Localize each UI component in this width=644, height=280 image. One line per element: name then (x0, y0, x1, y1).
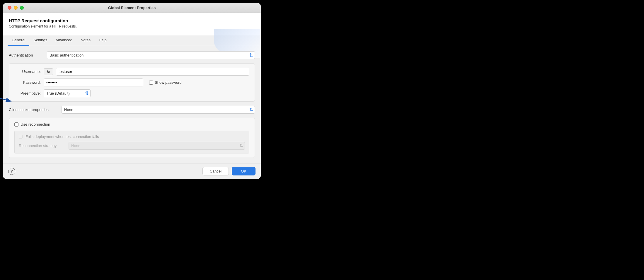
reconnection-section: Use reconnection Fails deployment when t… (9, 118, 255, 158)
password-label: Password: (14, 80, 41, 85)
maximize-button[interactable] (20, 6, 24, 10)
minimize-button[interactable] (14, 6, 18, 10)
button-actions: Cancel OK (202, 167, 255, 175)
dialog-title: Global Element Properties (108, 6, 156, 10)
username-label: Username: (14, 69, 41, 74)
window-controls (8, 6, 24, 10)
password-input[interactable] (44, 78, 143, 86)
authentication-select-wrapper: Basic authentication None Digest NTLM Ke… (47, 51, 255, 59)
client-socket-select[interactable]: None (62, 106, 255, 114)
tab-settings[interactable]: Settings (29, 35, 51, 46)
close-button[interactable] (8, 6, 11, 10)
password-row: Password: Show password (14, 78, 249, 86)
fx-button[interactable]: fx (44, 68, 53, 75)
client-socket-select-wrapper: None ⇅ (62, 106, 255, 114)
show-password-container: Show password (149, 80, 182, 85)
tab-general[interactable]: General (8, 35, 29, 46)
config-subtitle: Configuration element for a HTTP request… (9, 24, 255, 28)
form-area: Authentication Basic authentication None… (3, 46, 261, 163)
tab-help[interactable]: Help (95, 35, 111, 46)
preemptive-label: Preemptive: (14, 91, 41, 95)
preemptive-row: Preemptive: True (Default) False ⇅ (14, 89, 249, 97)
auth-section-box: Username: fx Password: Show password Pre… (9, 63, 255, 102)
show-password-checkbox[interactable] (149, 81, 153, 85)
authentication-row: Authentication Basic authentication None… (9, 51, 255, 59)
ok-button[interactable]: OK (232, 167, 255, 175)
authentication-select[interactable]: Basic authentication None Digest NTLM Ke… (47, 51, 255, 59)
fails-deployment-label: Fails deployment when test connection fa… (25, 134, 99, 139)
use-reconnection-checkbox[interactable] (14, 122, 18, 127)
config-title: HTTP Request configuration (9, 18, 255, 23)
title-bar: Global Element Properties (3, 3, 261, 13)
show-password-label[interactable]: Show password (155, 80, 182, 85)
reconnection-strategy-select-wrapper: None ⇅ (69, 142, 245, 150)
help-button[interactable]: ? (8, 168, 15, 175)
preemptive-select[interactable]: True (Default) False (44, 89, 91, 97)
reconnection-strategy-select[interactable]: None (69, 142, 245, 150)
fails-deployment-row: Fails deployment when test connection fa… (19, 134, 245, 139)
client-socket-row: Client socket properties None ⇅ (9, 106, 255, 114)
reconnection-strategy-row: Reconnection strategy None ⇅ (19, 142, 245, 150)
tab-advanced[interactable]: Advanced (51, 35, 76, 46)
username-row: Username: fx (14, 68, 249, 76)
preemptive-select-wrapper: True (Default) False ⇅ (44, 89, 91, 97)
authentication-label: Authentication (9, 53, 44, 57)
bottom-bar: ? Cancel OK (3, 163, 261, 179)
client-socket-label: Client socket properties (9, 107, 59, 112)
use-reconnection-row: Use reconnection (14, 122, 249, 127)
tabs-bar: General Settings Advanced Notes Help (3, 35, 261, 46)
username-input[interactable] (56, 68, 249, 76)
tab-notes[interactable]: Notes (76, 35, 95, 46)
use-reconnection-label: Use reconnection (21, 122, 50, 127)
cancel-button[interactable]: Cancel (202, 167, 229, 175)
fails-deployment-checkbox[interactable] (19, 135, 23, 139)
reconnection-strategy-label: Reconnection strategy (19, 144, 66, 148)
reconnection-sub-section: Fails deployment when test connection fa… (14, 131, 249, 153)
